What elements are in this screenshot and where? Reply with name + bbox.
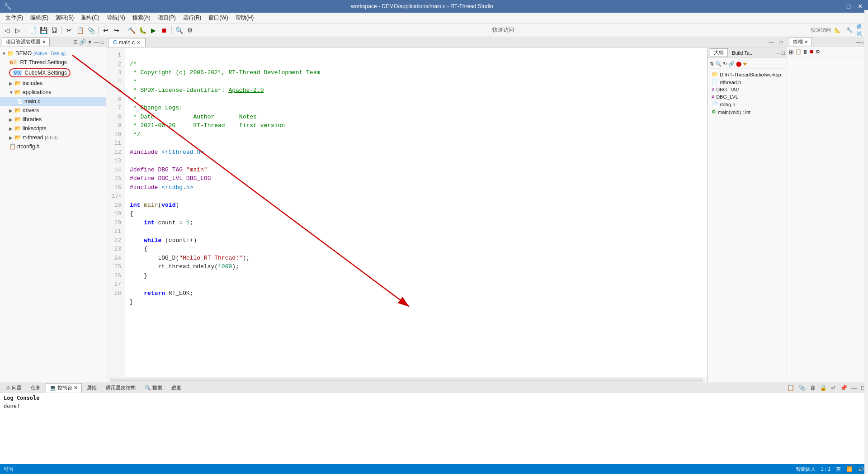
menu-source[interactable]: 源码(S)	[52, 13, 77, 23]
min-panel-icon[interactable]: —	[94, 39, 99, 45]
outline-refresh-icon[interactable]: ↻	[723, 61, 727, 67]
outline-filter-icon[interactable]: 🔍	[715, 61, 722, 67]
editor-tabs: C main.c ✕ — □	[106, 37, 787, 48]
toolbar-redo[interactable]: ↪	[112, 25, 122, 35]
toolbar-forward[interactable]: ▷	[13, 25, 23, 35]
build-tab[interactable]: Build Ta...	[728, 49, 758, 57]
editor-hscroll[interactable]	[106, 377, 707, 383]
terminal-tab-row: 终端 ✕ — □	[787, 37, 868, 47]
code-text[interactable]: /* * Copyright (c) 2006-2021, RT-Thread …	[125, 48, 707, 377]
bottom-tab-search[interactable]: 🔍 搜索	[141, 383, 166, 393]
outline-item-dbgtag[interactable]: # DBG_TAG	[710, 86, 785, 93]
tab-min-btn[interactable]: —	[767, 39, 776, 46]
project-explorer-tab[interactable]: 项目资源管理器 ✕	[2, 38, 50, 46]
new-icon[interactable]: ▼	[87, 39, 93, 45]
bottom-word-wrap-btn[interactable]: ↵	[830, 384, 837, 392]
bottom-tab-progress[interactable]: 进度	[167, 383, 185, 393]
toolbar-perspective-1[interactable]: 📐	[833, 25, 843, 35]
bottom-paste-btn[interactable]: 📎	[797, 384, 807, 392]
toolbar-run[interactable]: ▶	[148, 25, 158, 35]
bottom-tab-tasks[interactable]: 任务	[27, 383, 45, 393]
rtconfigh-file[interactable]: 📋 rtconfig.h	[0, 142, 106, 151]
mainc-tab-close[interactable]: ✕	[137, 40, 141, 46]
libraries-arrow: ▶	[9, 117, 14, 122]
bottom-scroll-lock-btn[interactable]: 🔒	[818, 384, 828, 392]
toolbar-cut[interactable]: ✂	[64, 25, 74, 35]
terminal-stop-btn[interactable]: ⏹	[809, 49, 814, 56]
outline-item-rtthread[interactable]: 📄 rtthread.h	[710, 78, 785, 86]
bottom-tab-console[interactable]: 💻 控制台 ✕	[46, 383, 82, 393]
toolbar-save[interactable]: 💾	[38, 25, 48, 35]
drivers-folder[interactable]: ▶ 📂 drivers	[0, 106, 106, 115]
collapse-all-icon[interactable]: ⊟	[73, 39, 78, 45]
editor-tab-mainc[interactable]: C main.c ✕	[108, 38, 146, 47]
close-button[interactable]: ✕	[856, 2, 864, 10]
outline-item-rtdbg[interactable]: 📄 rtdbg.h	[710, 100, 785, 108]
code-content[interactable]: 1 2 3 4 5 6 7 8 9 10 11 12 13	[106, 48, 707, 377]
terminal-new-btn[interactable]: ⊞	[789, 49, 794, 56]
menu-help[interactable]: 帮助(H)	[232, 13, 258, 23]
toolbar-copy[interactable]: 📋	[75, 25, 85, 35]
rt-thread-settings-item[interactable]: RT RT Thread Settings	[0, 58, 106, 67]
toolbar-saveall[interactable]: 🖫	[49, 25, 59, 35]
bottom-tab-properties[interactable]: 属性	[83, 383, 101, 393]
terminal-settings-btn[interactable]: ⚙	[816, 49, 820, 56]
applications-folder[interactable]: ▼ 📂 applications	[0, 88, 106, 97]
includes-folder[interactable]: ▶ 📂 includes	[0, 79, 106, 88]
title-bar: 🔧 workspace - DEMO/applications/main.c -…	[0, 0, 868, 13]
link-editor-icon[interactable]: 🔗	[79, 39, 86, 45]
menu-search[interactable]: 搜索(A)	[129, 13, 154, 23]
bottom-copy-btn[interactable]: 📋	[786, 384, 796, 392]
terminal-copy-btn[interactable]: 📋	[795, 49, 802, 56]
menu-project[interactable]: 项目(P)	[154, 13, 179, 23]
bottom-min-btn[interactable]: —	[850, 384, 859, 392]
libraries-folder[interactable]: ▶ 📂 libraries	[0, 115, 106, 124]
menu-run[interactable]: 运行(R)	[179, 13, 205, 23]
outline-item-path[interactable]: 📁 D:\RT-ThreadStudio\worksp	[710, 71, 785, 78]
toolbar-undo[interactable]: ↩	[101, 25, 111, 35]
toolbar-new[interactable]: 📄	[28, 25, 38, 35]
line-num-17: 17≡	[110, 192, 121, 201]
terminal-tab[interactable]: 终端 ✕	[789, 38, 812, 46]
bottom-tab-callhierarchy[interactable]: 调用层次结构	[102, 383, 140, 393]
terminal-tab-close[interactable]: ✕	[804, 39, 808, 44]
toolbar-debug[interactable]: 🐛	[137, 25, 147, 35]
outline-star-icon[interactable]: ★	[743, 61, 747, 67]
toolbar-back[interactable]: ◁	[2, 25, 12, 35]
project-root[interactable]: ▼ 📁 DEMO [Active - Debug]	[0, 49, 106, 58]
terminal-clear-btn[interactable]: 🗑	[803, 49, 808, 56]
toolbar-settings[interactable]: ⚙	[185, 25, 195, 35]
tab-max-btn[interactable]: □	[778, 39, 785, 46]
outline-max[interactable]: □	[782, 50, 785, 56]
menu-window[interactable]: 窗口(W)	[205, 13, 231, 23]
menu-file[interactable]: 文件(F)	[2, 13, 27, 23]
menu-edit[interactable]: 编辑(E)	[27, 13, 52, 23]
toolbar-build[interactable]: 🔨	[127, 25, 137, 35]
outline-tab[interactable]: 大纲	[710, 48, 728, 57]
toolbar-search[interactable]: 🔍	[174, 25, 184, 35]
bottom-pin-btn[interactable]: 📌	[839, 384, 849, 392]
outline-sort-icon[interactable]: ⇅	[710, 61, 714, 67]
max-panel-icon[interactable]: □	[101, 39, 104, 45]
outline-dot-icon[interactable]: ⬤	[736, 61, 741, 67]
line-num-20: 20	[110, 218, 121, 228]
outline-item-mainfn[interactable]: ⚙ main(void) : int	[710, 108, 785, 116]
toolbar-perspective-2[interactable]: 🔧	[844, 25, 854, 35]
outline-item-dbglvl[interactable]: # DBG_LVL	[710, 93, 785, 100]
maximize-button[interactable]: □	[844, 2, 853, 10]
terminal-min[interactable]: —	[856, 39, 862, 45]
outline-min[interactable]: —	[775, 50, 780, 56]
rtthread-folder[interactable]: ▶ 📂 rt-thread [4.0.3]	[0, 133, 106, 142]
linkscripts-folder[interactable]: ▶ 📂 linkscripts	[0, 124, 106, 133]
minimize-button[interactable]: —	[833, 2, 841, 10]
mainc-file[interactable]: 📄 main.c	[0, 97, 106, 106]
bottom-tab-problems[interactable]: ⚠ 问题	[2, 383, 26, 393]
menu-navigate[interactable]: 导航(N)	[103, 13, 129, 23]
toolbar-paste[interactable]: 📎	[86, 25, 96, 35]
menu-refactor[interactable]: 重构(C)	[77, 13, 103, 23]
bottom-clear-btn[interactable]: 🗑	[808, 384, 817, 392]
toolbar-stop[interactable]: ⏹	[159, 25, 169, 35]
project-explorer-close[interactable]: ✕	[42, 39, 46, 44]
cubemx-settings-item[interactable]: MX CubeMX Settings	[0, 67, 106, 79]
outline-link-icon[interactable]: 🔗	[728, 61, 735, 67]
